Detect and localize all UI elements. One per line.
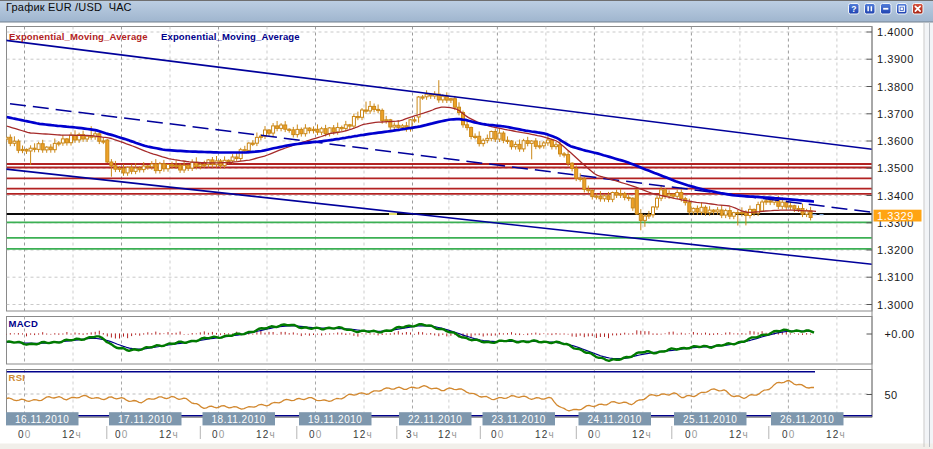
svg-text:12ч: 12ч <box>826 429 846 440</box>
svg-text:1.3400: 1.3400 <box>877 190 914 202</box>
svg-text:1.3329: 1.3329 <box>877 210 914 222</box>
svg-text:RSI: RSI <box>9 372 26 383</box>
svg-text:12ч: 12ч <box>632 429 652 440</box>
svg-text:1.3500: 1.3500 <box>877 162 914 174</box>
svg-text:12ч: 12ч <box>62 429 82 440</box>
svg-text:19.11.2010: 19.11.2010 <box>308 414 362 425</box>
svg-text:1.3100: 1.3100 <box>877 271 914 283</box>
svg-text:00: 00 <box>212 429 226 440</box>
svg-text:12ч: 12ч <box>256 429 276 440</box>
svg-text:24.11.2010: 24.11.2010 <box>588 414 642 425</box>
svg-text:Exponential_Moving_Average: Exponential_Moving_Average <box>9 31 148 42</box>
svg-text:График EUR /USD ЧАС: График EUR /USD ЧАС <box>6 1 132 13</box>
svg-text:1.3900: 1.3900 <box>877 53 914 65</box>
svg-text:50: 50 <box>885 389 898 401</box>
svg-text:1.3800: 1.3800 <box>877 81 914 93</box>
svg-text:23.11.2010: 23.11.2010 <box>492 414 546 425</box>
svg-text:16.11.2010: 16.11.2010 <box>15 414 69 425</box>
svg-text:1.3200: 1.3200 <box>877 244 914 256</box>
svg-text:Exponential_Moving_Average: Exponential_Moving_Average <box>161 31 300 42</box>
svg-text:00: 00 <box>782 429 796 440</box>
svg-text:25.11.2010: 25.11.2010 <box>683 414 737 425</box>
svg-text:12ч: 12ч <box>159 429 179 440</box>
svg-text:1.4000: 1.4000 <box>877 26 914 38</box>
svg-text:18.11.2010: 18.11.2010 <box>212 414 266 425</box>
svg-text:00: 00 <box>18 429 32 440</box>
svg-text:22.11.2010: 22.11.2010 <box>408 414 462 425</box>
svg-text:1.3000: 1.3000 <box>877 299 914 311</box>
svg-text:MACD: MACD <box>9 318 39 329</box>
svg-text:26.11.2010: 26.11.2010 <box>780 414 834 425</box>
svg-text:00: 00 <box>685 429 699 440</box>
svg-text:12ч: 12ч <box>353 429 373 440</box>
svg-text:00: 00 <box>309 429 323 440</box>
svg-text:00: 00 <box>588 429 602 440</box>
svg-text:00: 00 <box>115 429 129 440</box>
svg-text:+0.00: +0.00 <box>885 328 915 340</box>
svg-text:1.3700: 1.3700 <box>877 108 914 120</box>
svg-text:?: ? <box>851 4 856 14</box>
svg-text:12ч: 12ч <box>438 429 458 440</box>
svg-text:12ч: 12ч <box>729 429 749 440</box>
svg-text:00: 00 <box>491 429 505 440</box>
svg-text:17.11.2010: 17.11.2010 <box>118 414 172 425</box>
svg-text:12ч: 12ч <box>535 429 555 440</box>
svg-text:1.3600: 1.3600 <box>877 135 914 147</box>
svg-text:3ч: 3ч <box>406 429 419 440</box>
